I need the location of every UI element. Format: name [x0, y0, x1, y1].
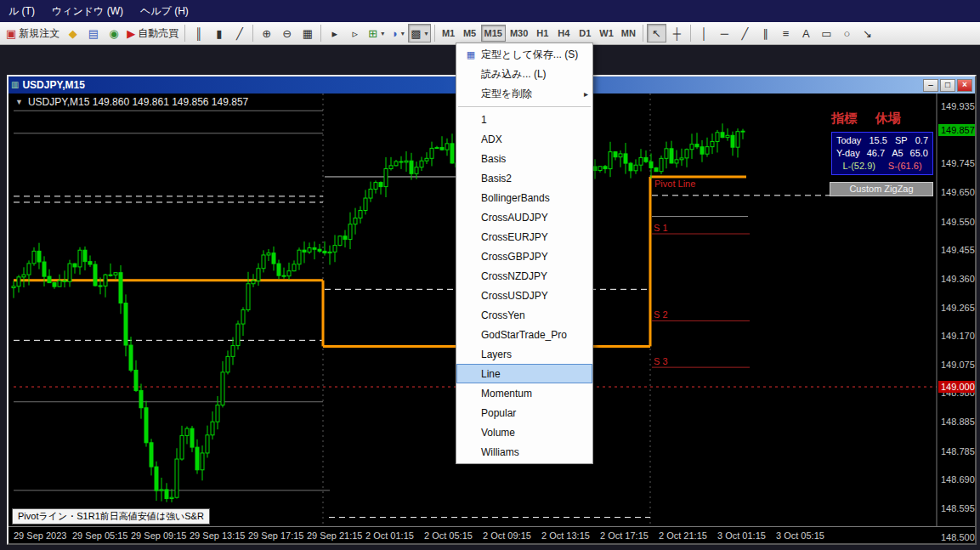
charts-profile-button[interactable]: ◆ [63, 24, 82, 43]
menu-item-Momentum[interactable]: Momentum [456, 383, 592, 403]
timeframe-h1-button[interactable]: H1 [532, 25, 552, 42]
time-tick-label: 2 Oct 21:15 [659, 530, 707, 541]
line-chart-button[interactable]: ╱ [229, 24, 249, 43]
candle-body [359, 211, 362, 218]
menu-item-label: Popular [481, 407, 578, 419]
menu-item-読み込み... (L)[interactable]: 読み込み... (L) [456, 65, 592, 84]
minimize-button[interactable]: – [923, 79, 938, 92]
time-scale[interactable]: 29 Sep 202329 Sep 05:1529 Sep 09:1529 Se… [8, 526, 975, 543]
timeframe-w1-button[interactable]: W1 [596, 25, 617, 42]
fibonacci-button[interactable]: ≡ [776, 24, 796, 43]
menu-item-CrossNZDJPY[interactable]: CrossNZDJPY [456, 266, 592, 286]
channel-button[interactable]: ∥ [756, 24, 775, 43]
market-watch-button[interactable]: ▤ [83, 24, 103, 43]
candle-body [690, 145, 694, 150]
tile-windows-button[interactable]: ▦ [297, 24, 317, 43]
menu-item-Volume[interactable]: Volume [456, 422, 592, 442]
templates-button[interactable]: ▩▾ [408, 24, 430, 43]
menu-item-Basis2[interactable]: Basis2 [456, 168, 592, 188]
candle-body [323, 251, 326, 252]
menu-item-定型を削除[interactable]: 定型を削除▸ [456, 84, 592, 104]
menu-item-BollingerBands[interactable]: BollingerBands [456, 188, 592, 207]
menubar-item[interactable]: ウィンドウ (W) [43, 0, 132, 22]
collapse-arrow-icon[interactable]: ▼ [15, 98, 23, 106]
candle-body [654, 167, 658, 171]
navigator-button[interactable]: ◉ [104, 24, 123, 43]
candle-body [364, 198, 367, 210]
time-tick-label: 29 Sep 05:15 [72, 530, 127, 541]
menu-item-label: CrossEURJPY [481, 231, 578, 243]
time-tick-label: 2 Oct 05:15 [424, 530, 473, 541]
crosshair-button[interactable]: ┼ [667, 24, 687, 43]
horizontal-line-button[interactable]: ─ [715, 24, 734, 43]
price-tick-label: 148.885 [941, 417, 975, 427]
shapes-button[interactable]: ○ [837, 24, 857, 43]
close-button[interactable]: × [957, 79, 972, 92]
text-label-button[interactable]: ▭ [817, 24, 836, 43]
price-tick-label: 149.550 [941, 217, 975, 227]
menu-item-CrossAUDJPY[interactable]: CrossAUDJPY [456, 207, 592, 227]
candle-body [32, 251, 36, 264]
menubar-item[interactable]: ヘルプ (H) [132, 0, 197, 22]
menu-item-Popular[interactable]: Popular [456, 403, 592, 422]
price-tick-label: 148.690 [941, 474, 975, 485]
chart-shift-button[interactable]: ▹ [345, 24, 365, 43]
candle-body [624, 154, 627, 163]
text-button[interactable]: A [796, 24, 816, 43]
new-order-button-icon: ▣ [6, 27, 16, 40]
timeframe-m5-button[interactable]: M5 [460, 25, 480, 42]
trendline-button[interactable]: ╱ [735, 24, 755, 43]
candlestick-chart-button[interactable]: ▮ [209, 24, 229, 43]
menu-item-Line[interactable]: Line [456, 364, 592, 383]
menu-item-定型として保存... (S)[interactable]: ▦定型として保存... (S) [456, 45, 592, 65]
timeframe-m15-button[interactable]: M15 [481, 25, 506, 42]
zoom-in-button[interactable]: ⊕ [257, 24, 276, 43]
menu-item-CrossGBPJPY[interactable]: CrossGBPJPY [456, 247, 592, 266]
timeframe-m30-button[interactable]: M30 [507, 25, 531, 42]
timeframe-m1-button[interactable]: M1 [439, 25, 459, 42]
menu-item-Basis[interactable]: Basis [456, 149, 592, 168]
candle-body [292, 264, 296, 271]
menubar-item[interactable]: ル (T) [0, 0, 43, 22]
price-tick-label: 149.075 [941, 360, 975, 370]
candle-body [389, 166, 393, 169]
timeframe-mn-button[interactable]: MN [618, 25, 639, 42]
custom-zigzag-button[interactable]: Custom ZigZag [830, 182, 933, 196]
candle-body [277, 264, 280, 275]
vertical-line-button[interactable]: │ [694, 24, 714, 43]
shapes-button-icon: ○ [844, 27, 851, 40]
menu-item-CrossUSDJPY[interactable]: CrossUSDJPY [456, 286, 592, 305]
indicators-button[interactable]: ⊞▾ [365, 24, 387, 43]
bar-chart-button[interactable]: ║ [189, 24, 208, 43]
candle-body [195, 447, 199, 470]
menu-item-1[interactable]: 1 [456, 110, 592, 129]
menu-item-Layers[interactable]: Layers [456, 344, 592, 364]
price-tick-label: 149.935 [941, 101, 975, 111]
menu-item-CrossEURJPY[interactable]: CrossEURJPY [456, 227, 592, 247]
candle-body [593, 167, 597, 171]
timeframe-h4-button[interactable]: H4 [553, 25, 574, 42]
time-tick-label: 2 Oct 17:15 [600, 530, 649, 541]
auto-trading-button[interactable]: ▶自動売買 [124, 24, 181, 43]
cursor-button[interactable]: ↖ [647, 24, 666, 43]
toolbar-button-label: 新規注文 [19, 26, 59, 41]
arrow-tools-button[interactable]: ↘ [858, 24, 877, 43]
auto-scroll-button[interactable]: ▸ [325, 24, 344, 43]
candle-body [619, 154, 622, 157]
menu-item-label: 定型として保存... (S) [481, 48, 578, 62]
zoom-out-button[interactable]: ⊖ [277, 24, 297, 43]
menu-item-GodStarTrade_Pro[interactable]: GodStarTrade_Pro [456, 325, 592, 344]
new-order-button[interactable]: ▣新規注文 [3, 24, 62, 43]
menu-item-label: CrossUSDJPY [481, 290, 578, 302]
channel-button-icon: ∥ [762, 27, 768, 40]
timeframe-d1-button[interactable]: D1 [575, 25, 595, 42]
menu-item-CrossYen[interactable]: CrossYen [456, 305, 592, 325]
candle-body [129, 345, 133, 370]
price-scale[interactable]: 149.935149.745149.650149.550149.455149.3… [938, 94, 975, 526]
menu-item-ADX[interactable]: ADX [456, 129, 592, 149]
candle-body [634, 165, 637, 171]
menu-item-Williams[interactable]: Williams [456, 442, 592, 462]
toolbar-separator [643, 25, 643, 42]
restore-button[interactable]: □ [940, 79, 955, 92]
periods-button[interactable]: ◑▾ [388, 24, 407, 43]
